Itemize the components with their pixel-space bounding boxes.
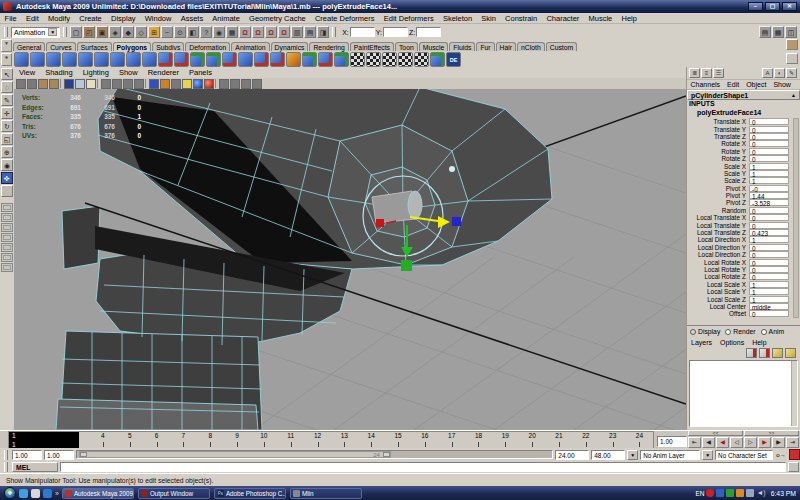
channel-name[interactable]: Local Scale Z bbox=[687, 296, 749, 303]
tray-icon[interactable] bbox=[736, 489, 744, 497]
frame-tick[interactable]: 7 bbox=[170, 432, 197, 448]
quick-launch-icon[interactable] bbox=[43, 489, 52, 498]
view-image-icon[interactable] bbox=[75, 79, 85, 89]
ipr-render-icon[interactable]: ▤ bbox=[304, 26, 316, 38]
layer-menu-item[interactable]: Help bbox=[748, 339, 770, 346]
channel-row[interactable]: Local Translate Z 0.423 bbox=[687, 229, 794, 236]
channel-row[interactable]: Rotate Z 0 bbox=[687, 155, 794, 162]
shelf-tab[interactable]: Toon bbox=[395, 42, 418, 51]
shelf-editor-buttons[interactable] bbox=[786, 39, 798, 66]
step-forward-frame-button[interactable]: ▶ bbox=[772, 437, 785, 448]
step-forward-key-button[interactable]: ▶ bbox=[758, 437, 771, 448]
poly-cone-icon[interactable] bbox=[62, 52, 77, 67]
range-handle-left[interactable] bbox=[80, 452, 87, 457]
booleans-icon[interactable] bbox=[254, 52, 269, 67]
channel-value-field[interactable]: 0 bbox=[749, 155, 789, 162]
start-button[interactable]: ❖ bbox=[4, 487, 16, 499]
quadrangulate-icon[interactable] bbox=[414, 52, 429, 67]
frame-tick[interactable]: 13 bbox=[331, 432, 358, 448]
menu-item[interactable]: Create Deformers bbox=[310, 14, 379, 23]
layout-persp-graph-button[interactable] bbox=[1, 233, 13, 242]
manipulator-mode-icon[interactable]: ◐ bbox=[774, 68, 785, 78]
shelf-tab[interactable]: Dynamics bbox=[271, 42, 309, 51]
sep[interactable] bbox=[60, 79, 63, 88]
channel-value-field[interactable]: 0 bbox=[749, 133, 789, 140]
shaded-icon[interactable] bbox=[112, 79, 122, 89]
channel-name[interactable]: Translate X bbox=[687, 118, 749, 125]
shelf-tab[interactable]: Rendering bbox=[309, 42, 348, 51]
last-tool[interactable] bbox=[1, 185, 13, 197]
output-connections-icon[interactable]: Ω bbox=[252, 26, 264, 38]
triangulate-icon[interactable] bbox=[398, 52, 413, 67]
sep[interactable] bbox=[215, 79, 218, 88]
menu-item[interactable]: Create bbox=[75, 14, 107, 23]
channel-value-field[interactable]: 0 bbox=[749, 244, 789, 251]
y-axis-handle[interactable] bbox=[401, 260, 412, 271]
animation-end-field[interactable]: 48.00 bbox=[591, 450, 625, 460]
paint-reduce-icon[interactable] bbox=[366, 52, 381, 67]
menu-item[interactable]: Skeleton bbox=[438, 14, 476, 23]
lighting-icon[interactable] bbox=[182, 79, 192, 89]
channel-box-menu-item[interactable]: Edit bbox=[724, 81, 743, 88]
menu-item[interactable]: Muscle bbox=[584, 14, 617, 23]
selected-object-name[interactable]: pCylinderShape1 bbox=[691, 92, 748, 98]
channel-row[interactable]: Pivot Z -3.528 bbox=[687, 199, 794, 206]
channel-row[interactable]: Scale X 1 bbox=[687, 162, 794, 169]
shelf-tab[interactable]: Animation bbox=[231, 42, 269, 51]
channel-value-field[interactable]: 0 bbox=[749, 118, 789, 125]
channel-row[interactable]: Rotate Y 0 bbox=[687, 148, 794, 155]
panel-menu-item[interactable]: View bbox=[14, 68, 40, 77]
time-slider-track[interactable]: 123456789101112131415161718192021222324 bbox=[8, 431, 654, 449]
menu-item[interactable]: Window bbox=[140, 14, 176, 23]
resolution-gate-icon[interactable] bbox=[241, 79, 251, 89]
poly-platonic-icon[interactable] bbox=[190, 52, 205, 67]
highlight-selection-icon[interactable]: ▦ bbox=[226, 26, 238, 38]
shelf-tab[interactable]: Fluids bbox=[449, 42, 475, 51]
input-node-name[interactable]: polyExtrudeFace14 bbox=[687, 109, 800, 118]
lock-selection-icon[interactable]: ◉ bbox=[213, 26, 225, 38]
channel-row[interactable]: Rotate X 0 bbox=[687, 140, 794, 147]
quick-launch-icon[interactable] bbox=[31, 489, 40, 498]
command-input[interactable] bbox=[60, 462, 786, 472]
channel-row[interactable]: Local Translate Y 0 bbox=[687, 221, 794, 228]
channel-row[interactable]: Pivot Y 1.44 bbox=[687, 192, 794, 199]
x-coord-input[interactable] bbox=[350, 27, 375, 37]
channel-box-menu-item[interactable]: Object bbox=[743, 81, 770, 88]
field-chart-icon[interactable] bbox=[230, 79, 240, 89]
shelf-tab[interactable]: Muscle bbox=[419, 42, 449, 51]
shelf-tab[interactable]: nCloth bbox=[517, 42, 545, 51]
taskbar-task-button[interactable]: Autodesk Maya 2009... bbox=[62, 488, 134, 499]
command-grip[interactable] bbox=[4, 462, 8, 472]
render-settings-icon[interactable]: ◨ bbox=[317, 26, 329, 38]
data-exchange-icon[interactable]: DE bbox=[446, 52, 461, 67]
poly-pipe-icon[interactable] bbox=[142, 52, 157, 67]
menu-item[interactable]: Character bbox=[542, 14, 584, 23]
channel-name[interactable]: Local Direction X bbox=[687, 236, 749, 243]
shelf-tab-selector[interactable]: ▼★ bbox=[1, 39, 12, 66]
channel-value-field[interactable]: 0 bbox=[749, 207, 789, 214]
clipboard-icon[interactable] bbox=[334, 52, 349, 67]
quick-launch-icon[interactable] bbox=[19, 489, 28, 498]
command-language-button[interactable]: MEL bbox=[12, 462, 58, 472]
current-time-field[interactable]: 1.00 bbox=[657, 436, 687, 447]
channel-row[interactable]: Local Scale Y 1 bbox=[687, 288, 794, 295]
frame-tick[interactable]: 14 bbox=[358, 432, 385, 448]
poly-cube-icon[interactable] bbox=[30, 52, 45, 67]
texture-res-icon[interactable] bbox=[160, 79, 170, 89]
frame-tick[interactable]: 11 bbox=[277, 432, 304, 448]
poly-pyramid-icon[interactable] bbox=[126, 52, 141, 67]
channel-name[interactable]: Rotate Z bbox=[687, 155, 749, 162]
select-by-component-icon[interactable]: ◇ bbox=[135, 26, 147, 38]
status-grip[interactable] bbox=[63, 27, 67, 37]
playback-end-field[interactable]: 24.00 bbox=[555, 450, 589, 460]
show-tool-settings-icon[interactable]: ▦ bbox=[772, 26, 784, 38]
scale-tool[interactable]: ◱ bbox=[1, 133, 13, 145]
channel-name[interactable]: Local Rotate X bbox=[687, 259, 749, 266]
layout-single-pane-button[interactable] bbox=[1, 203, 13, 212]
channel-row[interactable]: Translate Y 0 bbox=[687, 125, 794, 132]
channel-name[interactable]: Random bbox=[687, 207, 749, 214]
channel-row[interactable]: Local Scale X 1 bbox=[687, 281, 794, 288]
channel-row[interactable]: Random 0 bbox=[687, 207, 794, 214]
channel-value-field[interactable]: 1 bbox=[749, 177, 789, 184]
frame-tick[interactable]: 19 bbox=[492, 432, 519, 448]
